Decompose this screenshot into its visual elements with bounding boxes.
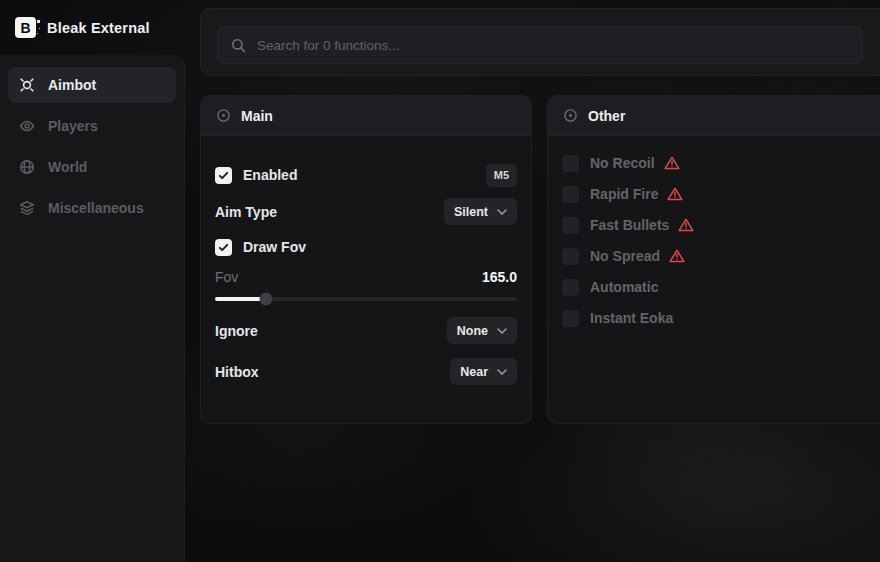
panel-title: Other: [588, 108, 625, 124]
enabled-checkbox[interactable]: [215, 167, 232, 184]
sidebar-item-label: Aimbot: [48, 77, 96, 93]
panel-main-body: Enabled M5 Aim Type Silent Draw Fov F: [201, 136, 531, 385]
sidebar-item-miscellaneous[interactable]: Miscellaneous: [8, 190, 176, 226]
sidebar-header: B Bleak External: [0, 0, 185, 55]
chevron-down-icon: [497, 369, 507, 375]
app-logo-icon: B: [15, 17, 36, 38]
aim-type-value: Silent: [454, 205, 488, 219]
panel-other: Other No Recoil Rapid Fire: [547, 95, 880, 424]
target-icon: [563, 108, 578, 123]
fov-slider: [215, 292, 517, 306]
search-container: Search for 0 functions...: [200, 8, 880, 76]
hitbox-label: Hitbox: [215, 364, 259, 380]
automatic-row: Automatic: [562, 277, 878, 297]
sidebar-item-label: Players: [48, 118, 98, 134]
enabled-keybind-button[interactable]: M5: [486, 164, 517, 187]
sidebar-item-players[interactable]: Players: [8, 108, 176, 144]
aim-type-label: Aim Type: [215, 204, 277, 220]
ignore-dropdown[interactable]: None: [447, 317, 517, 344]
no-recoil-label: No Recoil: [590, 155, 655, 171]
layers-icon: [19, 200, 35, 216]
search-placeholder: Search for 0 functions...: [257, 38, 400, 53]
draw-fov-checkbox[interactable]: [215, 239, 232, 256]
fov-slider-thumb[interactable]: [260, 293, 273, 306]
search-input[interactable]: Search for 0 functions...: [217, 26, 863, 64]
globe-icon: [19, 159, 35, 175]
ignore-row: Ignore None: [215, 317, 517, 344]
aim-type-row: Aim Type Silent: [215, 198, 517, 225]
sidebar-item-aimbot[interactable]: Aimbot: [8, 67, 176, 103]
check-icon: [218, 170, 229, 181]
warning-icon: [669, 249, 685, 263]
eye-icon: [19, 118, 35, 134]
panel-title: Main: [241, 108, 273, 124]
chevron-down-icon: [497, 209, 507, 215]
hitbox-row: Hitbox Near: [215, 358, 517, 385]
sidebar-item-label: World: [48, 159, 87, 175]
fov-label: Fov: [215, 269, 238, 285]
warning-icon: [678, 218, 694, 232]
fov-slider-fill: [215, 297, 266, 301]
sidebar: Aimbot Players World Miscellaneous: [0, 55, 185, 562]
no-spread-row: No Spread: [562, 246, 878, 266]
no-spread-checkbox[interactable]: [562, 248, 579, 265]
draw-fov-label: Draw Fov: [243, 239, 306, 255]
rapid-fire-row: Rapid Fire: [562, 184, 878, 204]
search-icon: [231, 38, 246, 53]
instant-eoka-checkbox[interactable]: [562, 310, 579, 327]
fov-value: 165.0: [482, 269, 517, 285]
rapid-fire-checkbox[interactable]: [562, 186, 579, 203]
app-title: Bleak External: [47, 20, 150, 36]
automatic-checkbox[interactable]: [562, 279, 579, 296]
fast-bullets-checkbox[interactable]: [562, 217, 579, 234]
automatic-label: Automatic: [590, 279, 658, 295]
sidebar-item-label: Miscellaneous: [48, 200, 144, 216]
instant-eoka-label: Instant Eoka: [590, 310, 673, 326]
no-recoil-row: No Recoil: [562, 153, 878, 173]
sidebar-item-world[interactable]: World: [8, 149, 176, 185]
no-spread-label: No Spread: [590, 248, 660, 264]
fast-bullets-row: Fast Bullets: [562, 215, 878, 235]
warning-icon: [664, 156, 680, 170]
crosshair-icon: [19, 77, 35, 93]
rapid-fire-label: Rapid Fire: [590, 186, 658, 202]
panel-other-body: No Recoil Rapid Fire Fast Bull: [548, 136, 880, 328]
draw-fov-row: Draw Fov: [215, 234, 517, 260]
panel-main-header: Main: [201, 96, 531, 136]
fast-bullets-label: Fast Bullets: [590, 217, 669, 233]
no-recoil-checkbox[interactable]: [562, 155, 579, 172]
aim-type-dropdown[interactable]: Silent: [444, 198, 517, 225]
hitbox-value: Near: [460, 365, 488, 379]
panel-other-header: Other: [548, 96, 880, 136]
hitbox-dropdown[interactable]: Near: [450, 358, 517, 385]
ignore-value: None: [457, 324, 488, 338]
enabled-label: Enabled: [243, 167, 297, 183]
bleak-external-window: B Bleak External Aimbot Players World: [0, 0, 880, 562]
enabled-row: Enabled M5: [215, 162, 517, 188]
fov-row: Fov 165.0: [215, 267, 517, 287]
warning-icon: [667, 187, 683, 201]
chevron-down-icon: [497, 328, 507, 334]
instant-eoka-row: Instant Eoka: [562, 308, 878, 328]
ignore-label: Ignore: [215, 323, 258, 339]
check-icon: [218, 242, 229, 253]
target-icon: [216, 108, 231, 123]
panel-main: Main Enabled M5 Aim Type Silent: [200, 95, 532, 424]
